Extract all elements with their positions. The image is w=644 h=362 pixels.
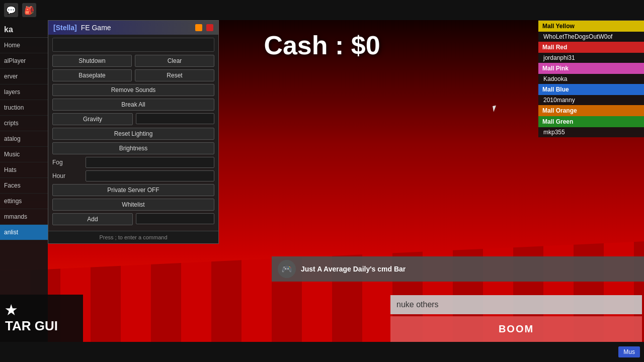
sidebar-item-commands[interactable]: mmands [0, 209, 48, 225]
baseplate-reset-row: Baseplate Reset [52, 69, 214, 81]
team-mall-orange[interactable]: Mall Orange [538, 105, 644, 116]
add-row: Add [52, 213, 214, 225]
nuke-boom-button[interactable]: BOOM [390, 316, 642, 342]
music-button[interactable]: Mus [618, 346, 640, 357]
panel-search-bar[interactable] [52, 38, 214, 52]
main-panel: [Stella] FE Game Shutdown Clear Baseplat… [48, 20, 219, 244]
reset-lighting-button[interactable]: Reset Lighting [52, 128, 214, 140]
nuke-input[interactable] [390, 295, 642, 314]
team-mall-blue[interactable]: Mall Blue [538, 84, 644, 95]
panel-footer: Press ; to enter a command [48, 231, 218, 243]
star-gui: ★ TAR GUI [0, 295, 83, 342]
sidebar-item-truction[interactable]: truction [0, 100, 48, 116]
player-mkp355[interactable]: mkp355 [538, 127, 644, 137]
sidebar-item-home[interactable]: Home [0, 38, 48, 53]
panel-title-fe: FE Game [81, 24, 111, 32]
bottom-bar: Mus [0, 342, 644, 362]
team-orange-label: Mall Orange [542, 107, 577, 114]
gravity-button[interactable]: Gravity [52, 113, 133, 125]
gravity-textbox[interactable] [136, 113, 214, 124]
sidebar-item-settings[interactable]: ettings [0, 194, 48, 209]
sidebar-item-catalog[interactable]: atalog [0, 131, 48, 147]
whitelist-button[interactable]: Whitelist [52, 199, 214, 211]
team-mall-pink[interactable]: Mall Pink [538, 63, 644, 74]
fog-label: Fog [52, 159, 83, 166]
team-mall-red[interactable]: Mall Red [538, 42, 644, 53]
team-pink-label: Mall Pink [542, 65, 569, 72]
star-gui-title: ★ TAR GUI [5, 303, 78, 334]
sidebar-logo: ka [0, 22, 48, 38]
gravity-textbox-row: Gravity [52, 113, 214, 125]
player-kadooka[interactable]: Kadooka [538, 74, 644, 84]
team-blue-label: Mall Blue [542, 86, 569, 93]
top-bar: 💬 🎒 [0, 0, 644, 20]
team-mall-yellow[interactable]: Mall Yellow [538, 21, 644, 32]
player-whotheletsout[interactable]: WhoLetTheDogsOutW0of [538, 32, 644, 42]
sidebar-item-faces[interactable]: Faces [0, 178, 48, 194]
player-list: Kadooka Account: 13+ Mall Yellow WhoLetT… [538, 0, 644, 137]
shutdown-clear-row: Shutdown Clear [52, 55, 214, 67]
cmd-icon: 🎮 [278, 260, 296, 278]
chat-icon[interactable]: 💬 [4, 3, 18, 17]
fog-textbox[interactable] [86, 157, 214, 168]
sidebar-item-layers[interactable]: layers [0, 84, 48, 100]
player-jordanphi31[interactable]: jordanphi31 [538, 53, 644, 63]
cmd-title: Just A Average Daily's cmd Bar [301, 265, 406, 273]
cash-display: Cash : $0 [264, 30, 380, 60]
reset-button[interactable]: Reset [135, 69, 214, 81]
sidebar-item-music[interactable]: Music [0, 147, 48, 162]
panel-header: [Stella] FE Game [48, 21, 218, 35]
add-textbox[interactable] [136, 213, 214, 224]
sidebar-item-banlist[interactable]: anlist [0, 225, 48, 240]
team-yellow-label: Mall Yellow [542, 23, 575, 30]
panel-body: Shutdown Clear Baseplate Reset Remove So… [48, 35, 218, 231]
star-gui-label: TAR GUI [5, 318, 78, 334]
backpack-icon[interactable]: 🎒 [22, 3, 36, 17]
shutdown-button[interactable]: Shutdown [52, 55, 132, 67]
break-all-button[interactable]: Break All [52, 99, 214, 111]
remove-sounds-button[interactable]: Remove Sounds [52, 84, 214, 96]
sidebar-item-scripts[interactable]: cripts [0, 116, 48, 131]
sidebar-item-hats[interactable]: Hats [0, 162, 48, 178]
clear-button[interactable]: Clear [135, 55, 214, 67]
nuke-panel: BOOM [390, 295, 642, 342]
panel-minimize-btn[interactable] [195, 24, 202, 31]
team-mall-green[interactable]: Mall Green [538, 116, 644, 127]
hour-label: Hour [52, 172, 83, 179]
fog-row: Fog [52, 157, 214, 168]
brightness-row: Brightness [52, 142, 214, 154]
panel-title-stella: [Stella] [53, 24, 77, 32]
private-server-button[interactable]: Private Server OFF [52, 184, 214, 196]
hour-row: Hour [52, 170, 214, 182]
sidebar-item-alplayer[interactable]: alPlayer [0, 53, 48, 69]
cmd-bar: 🎮 Just A Average Daily's cmd Bar [272, 256, 644, 282]
baseplate-button[interactable]: Baseplate [52, 69, 132, 81]
team-red-label: Mall Red [542, 44, 567, 51]
team-green-label: Mall Green [542, 118, 573, 125]
player-2010manny[interactable]: 2010manny [538, 95, 644, 105]
panel-close-btn[interactable] [206, 24, 213, 31]
sidebar-item-server[interactable]: erver [0, 69, 48, 84]
brightness-button[interactable]: Brightness [52, 142, 214, 154]
hour-textbox[interactable] [86, 170, 214, 182]
add-button[interactable]: Add [52, 213, 133, 225]
